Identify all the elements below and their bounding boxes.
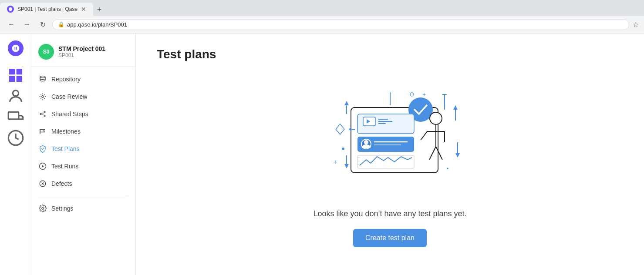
sidebar-label-test-plans: Test Plans [51, 145, 80, 152]
page-title: Test plans [157, 47, 623, 61]
svg-point-30 [364, 140, 368, 144]
svg-marker-52 [336, 124, 344, 134]
svg-point-14 [410, 93, 414, 96]
svg-text:•: • [447, 166, 448, 172]
reload-button[interactable]: ↻ [37, 18, 49, 30]
svg-point-6 [40, 114, 41, 115]
sidebar-item-shared-steps[interactable]: Shared Steps [31, 105, 135, 123]
svg-point-5 [42, 96, 44, 98]
sidebar-label-repository: Repository [51, 76, 81, 83]
svg-point-7 [44, 111, 45, 113]
shared-steps-icon [38, 110, 47, 118]
sidebar-label-shared-steps: Shared Steps [51, 111, 88, 117]
test-runs-icon [38, 162, 47, 171]
create-test-plan-button[interactable]: Create test plan [353, 229, 427, 247]
lock-icon: 🔒 [58, 21, 64, 27]
sidebar-item-milestones[interactable]: Milestones [31, 123, 135, 140]
sidebar-item-defects[interactable]: Defects [31, 175, 135, 192]
test-plans-icon [38, 144, 47, 153]
sidebar-item-test-plans[interactable]: Test Plans [31, 140, 135, 158]
svg-marker-49 [344, 101, 349, 105]
sidebar-item-test-runs[interactable]: Test Runs [31, 158, 135, 175]
forward-button[interactable]: → [21, 18, 33, 30]
sidebar-item-case-review[interactable]: Case Review [31, 88, 135, 105]
project-avatar: S0 [38, 44, 54, 60]
project-name: STM Project 001 [58, 45, 105, 52]
svg-rect-33 [357, 155, 414, 168]
project-header: S0 STM Project 001 SP001 [31, 40, 135, 67]
empty-state-message: Looks like you don’t have any test plans… [313, 209, 466, 218]
sidebar-item-settings[interactable]: Settings [31, 200, 135, 217]
browser-tab-active[interactable]: SP001 | Test plans | Qase ✕ [0, 3, 93, 16]
project-code: SP001 [58, 52, 105, 58]
main-content: Test plans + [136, 34, 644, 275]
svg-point-0 [9, 7, 12, 11]
sidebar-label-defects: Defects [51, 180, 72, 187]
case-review-icon [38, 92, 47, 101]
repository-icon [38, 75, 47, 84]
svg-point-37 [430, 112, 442, 124]
svg-point-8 [44, 115, 45, 117]
app-layout: S0 STM Project 001 SP001 Repository Case… [0, 34, 644, 275]
svg-text:+: + [422, 91, 426, 98]
back-button[interactable]: ← [5, 18, 17, 30]
icon-sidebar [0, 34, 31, 275]
defects-icon [38, 179, 47, 188]
app-logo[interactable] [8, 40, 24, 56]
devices-icon[interactable] [7, 108, 24, 126]
project-info: STM Project 001 SP001 [58, 45, 105, 58]
url-input[interactable]: 🔒 app.qase.io/plan/SP001 [52, 19, 629, 30]
bookmark-button[interactable]: ☆ [633, 20, 639, 29]
svg-marker-47 [455, 153, 460, 158]
sidebar-label-case-review: Case Review [51, 93, 87, 100]
svg-rect-2 [8, 112, 18, 119]
browser-address-bar: ← → ↻ 🔒 app.qase.io/plan/SP001 ☆ [0, 16, 644, 33]
empty-illustration: + [316, 86, 464, 199]
svg-point-4 [40, 76, 45, 78]
sidebar-label-settings: Settings [51, 205, 74, 212]
svg-marker-10 [42, 165, 44, 168]
nav-divider [38, 196, 128, 196]
svg-point-55 [342, 148, 344, 150]
settings-icon [38, 204, 47, 213]
sidebar-label-milestones: Milestones [51, 128, 81, 135]
profile-icon[interactable] [7, 87, 24, 105]
svg-text:+: + [334, 158, 337, 165]
analytics-icon[interactable] [7, 129, 24, 147]
svg-point-12 [42, 208, 44, 210]
svg-marker-27 [349, 127, 351, 131]
projects-icon[interactable] [7, 67, 24, 84]
nav-sidebar: S0 STM Project 001 SP001 Repository Case… [31, 34, 136, 275]
svg-marker-45 [453, 105, 458, 110]
browser-tabs: SP001 | Test plans | Qase ✕ + [0, 0, 644, 16]
new-tab-button[interactable]: + [93, 3, 105, 16]
milestones-icon [38, 127, 47, 136]
svg-point-1 [13, 91, 18, 96]
url-text: app.qase.io/plan/SP001 [67, 21, 127, 28]
sidebar-item-repository[interactable]: Repository [31, 70, 135, 88]
sidebar-label-test-runs: Test Runs [51, 163, 78, 170]
tab-favicon [7, 6, 14, 13]
browser-chrome: SP001 | Test plans | Qase ✕ + ← → ↻ 🔒 ap… [0, 0, 644, 34]
tab-title: SP001 | Test plans | Qase [17, 6, 78, 12]
svg-marker-51 [344, 164, 349, 168]
empty-state: + [157, 72, 623, 261]
tab-close-button[interactable]: ✕ [81, 6, 86, 13]
